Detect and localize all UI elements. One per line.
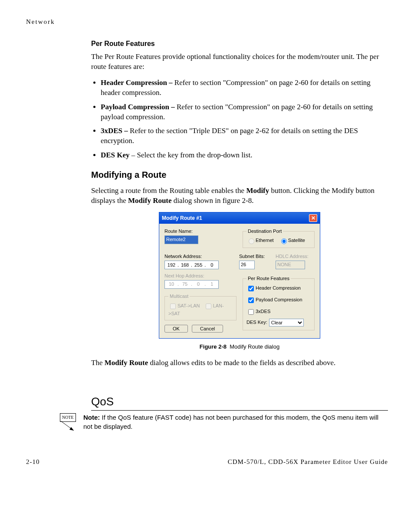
cancel-button[interactable]: Cancel (192, 325, 223, 333)
figure-caption: Figure 2-8 Modify Route dialog (91, 343, 388, 351)
next-hop-label: Next Hop Address: (164, 273, 237, 279)
ip-seg: 1 (206, 281, 217, 287)
3xdes-checkbox[interactable]: 3xDES (246, 309, 270, 314)
ip-seg: 75 (179, 281, 191, 287)
note-arrow-icon (61, 421, 78, 433)
list-item: 3xDES – Refer to the section "Triple DES… (101, 126, 388, 146)
ip-seg[interactable]: 168 (179, 262, 191, 268)
checkbox-label: Payload Compression (256, 297, 302, 302)
checkbox-label: SAT->LAN (177, 303, 200, 308)
bullet-term: DES Key (101, 151, 130, 159)
modifying-route-heading: Modifying a Route (91, 169, 388, 181)
checkbox-label: 3xDES (256, 309, 270, 314)
route-name-input[interactable]: Remote2 (164, 235, 198, 244)
book-title: CDM-570/L, CDD-56X Parameter Editor User… (228, 457, 388, 466)
checkbox-label: Header Compression (256, 285, 301, 290)
des-key-select[interactable]: Clear (269, 319, 304, 326)
note-body: If the QoS feature (FAST code) has not b… (83, 414, 378, 430)
text-bold: Modify Route (105, 359, 148, 367)
ip-seg[interactable]: 192 (166, 262, 177, 268)
sat-to-lan-checkbox: SAT->LAN (168, 303, 200, 308)
dialog-title-text: Modify Route #1 (162, 215, 202, 222)
subnet-bits-input[interactable]: 26 (239, 261, 255, 269)
ok-button[interactable]: OK (164, 325, 188, 333)
radio-label: Ethernet (256, 238, 274, 243)
per-route-heading: Per Route Features (91, 39, 388, 49)
page-footer: 2-10 CDM-570/L, CDD-56X Parameter Editor… (26, 457, 388, 466)
modifying-route-intro: Selecting a route from the Routing table… (91, 186, 388, 206)
ip-seg: 10 (166, 281, 177, 287)
note-icon: NOTE (56, 413, 78, 431)
payload-compression-input[interactable] (248, 297, 254, 303)
ip-seg[interactable]: 255 (193, 262, 204, 268)
ip-seg[interactable]: 0 (206, 262, 217, 268)
next-hop-input: 10. 75. 0. 1 (164, 280, 219, 289)
modify-route-outro: The Modify Route dialog allows edits to … (91, 358, 388, 368)
bullet-term: 3xDES – (101, 127, 130, 135)
dialog-titlebar[interactable]: Modify Route #1 ✕ (159, 212, 320, 224)
text: Selecting a route from the Routing table… (91, 186, 246, 195)
satellite-radio[interactable]: Satellite (279, 238, 305, 243)
text: dialog shown in figure 2-8. (172, 196, 254, 205)
per-route-features-legend: Per Route Features (246, 275, 291, 282)
satellite-radio-input[interactable] (281, 238, 287, 244)
section-header: Network (26, 17, 388, 26)
multicast-legend: Multicast (168, 293, 190, 300)
hdlc-address-input: NONE (276, 261, 305, 269)
destination-port-legend: Destination Port (246, 228, 283, 235)
ethernet-radio-input[interactable] (249, 238, 254, 244)
bullet-term: Payload Compression – (101, 103, 177, 111)
text: The (91, 359, 105, 367)
note-label: Note: (83, 414, 100, 421)
note-text: Note: If the QoS feature (FAST code) has… (83, 413, 388, 431)
lan-to-sat-input (206, 304, 211, 309)
figure-text: Modify Route dialog (230, 343, 279, 350)
list-item: Header Compression – Refer to section "C… (101, 78, 388, 98)
close-icon[interactable]: ✕ (309, 214, 317, 222)
des-key-label: DES Key: (246, 319, 267, 326)
text-bold: Modify (246, 186, 269, 195)
subnet-bits-label: Subnet Bits: (239, 253, 269, 260)
text: dialog allows edits to be made to the fi… (148, 359, 335, 367)
route-name-label: Route Name: (164, 228, 237, 235)
radio-label: Satellite (288, 238, 305, 243)
bullet-text: – Select the key from the drop-down list… (130, 151, 253, 159)
header-compression-checkbox[interactable]: Header Compression (246, 285, 301, 290)
header-compression-input[interactable] (248, 286, 254, 291)
list-item: Payload Compression – Refer to section "… (101, 102, 388, 122)
text-bold: Modify Route (128, 196, 172, 205)
3xdes-input[interactable] (248, 309, 254, 315)
list-item: DES Key – Select the key from the drop-d… (101, 150, 388, 160)
network-address-label: Network Address: (164, 253, 233, 260)
ip-seg: 0 (193, 281, 204, 287)
page-number: 2-10 (26, 457, 40, 466)
qos-heading: QoS (91, 394, 388, 411)
modify-route-dialog: Modify Route #1 ✕ Route Name: Remote2 De… (159, 212, 320, 339)
sat-to-lan-input (170, 304, 176, 309)
network-address-input[interactable]: 192. 168. 255. 0 (164, 261, 219, 269)
hdlc-address-label: HDLC Address: (276, 253, 315, 260)
figure-label: Figure 2-8 (200, 343, 227, 350)
per-route-intro: The Per Route Features provide optional … (91, 52, 388, 72)
ethernet-radio[interactable]: Ethernet (246, 238, 274, 243)
per-route-bullets: Header Compression – Refer to section "C… (91, 78, 388, 161)
bullet-term: Header Compression – (101, 78, 174, 87)
bullet-text: Refer to the section "Triple DES" on pag… (101, 127, 358, 145)
payload-compression-checkbox[interactable]: Payload Compression (246, 297, 302, 302)
note-box-label: NOTE (60, 413, 76, 422)
